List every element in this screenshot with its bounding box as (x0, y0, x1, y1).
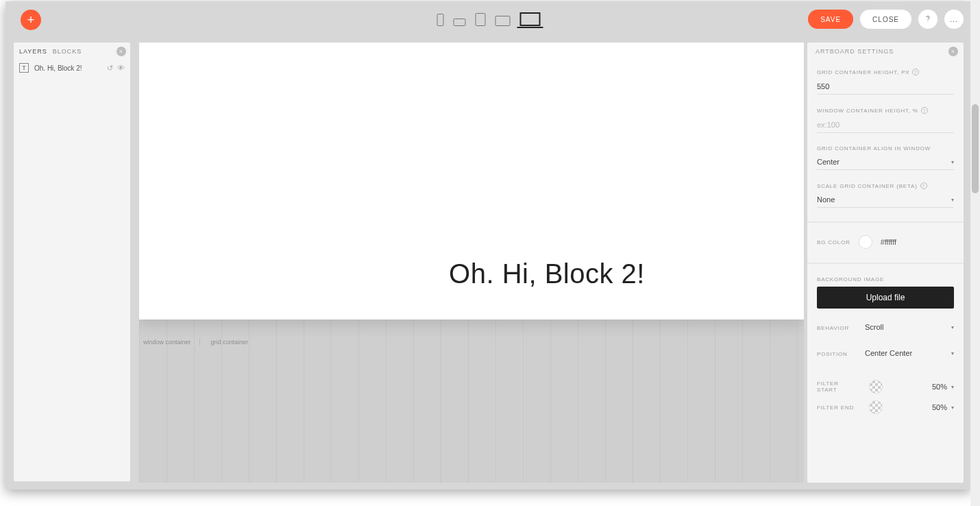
bg-color-value[interactable]: #ffffff (881, 238, 896, 246)
chevron-down-icon: ▾ (951, 197, 954, 203)
behavior-select[interactable]: Scroll▾ (865, 321, 954, 335)
layer-item[interactable]: T Oh. Hi, Block 2! ↺ 👁 (14, 60, 130, 75)
scale-section: SCALE GRID CONTAINER (BETA) ? None▾ (807, 174, 964, 212)
artboard-settings-panel: ARTBOARD SETTINGS × GRID CONTAINER HEIGH… (807, 43, 964, 483)
window-scrollbar-track[interactable] (970, 0, 980, 506)
more-button[interactable]: ... (944, 10, 964, 29)
add-button[interactable]: + (21, 10, 41, 30)
chevron-down-icon: ▾ (951, 405, 954, 411)
close-button[interactable]: CLOSE (860, 10, 911, 29)
help-icon[interactable]: ? (920, 182, 927, 189)
bg-color-section: BG COLOR #ffffff (807, 221, 964, 253)
text-layer-icon: T (19, 63, 29, 73)
upload-file-button[interactable]: Upload file (817, 287, 954, 309)
layer-item-actions: ↺ 👁 (107, 64, 125, 73)
layer-link-icon[interactable]: ↺ (107, 64, 113, 73)
help-button[interactable] (918, 10, 938, 29)
artboard[interactable]: Oh. Hi, Block 2! (139, 43, 804, 320)
device-tablet-icon[interactable] (476, 13, 486, 26)
canvas[interactable]: Oh. Hi, Block 2! window container grid c… (139, 43, 804, 483)
canvas-labels: window container grid container (143, 339, 256, 346)
filter-start-swatch[interactable] (869, 380, 883, 394)
bg-image-section: BACKGROUND IMAGE Upload file (807, 263, 964, 313)
window-container-label[interactable]: window container (143, 339, 200, 346)
chevron-down-icon: ▾ (951, 350, 954, 357)
behavior-label: BEHAVIOR (817, 325, 849, 331)
layers-panel: LAYERS BLOCKS × T Oh. Hi, Block 2! ↺ 👁 (14, 43, 130, 481)
layers-panel-header: LAYERS BLOCKS × (14, 43, 130, 60)
help-icon[interactable]: ? (921, 107, 928, 114)
window-height-section: WINDOW CONTAINER HEIGHT, % ? (807, 99, 964, 137)
bg-color-label: BG COLOR (817, 239, 850, 245)
position-label: POSITION (817, 351, 848, 357)
settings-panel-close-icon[interactable]: × (948, 47, 958, 56)
layers-panel-close-icon[interactable]: × (117, 47, 126, 56)
grid-container-label[interactable]: grid container (211, 339, 257, 346)
window-height-input[interactable] (817, 119, 954, 133)
filter-end-label: FILTER END (817, 405, 861, 411)
help-icon[interactable]: ? (912, 69, 919, 75)
scale-label: SCALE GRID CONTAINER (BETA) ? (817, 182, 954, 189)
save-button[interactable]: SAVE (808, 10, 853, 29)
scale-select[interactable]: None▾ (817, 193, 954, 208)
device-phone-icon[interactable] (437, 14, 444, 26)
settings-panel-header: ARTBOARD SETTINGS × (807, 43, 964, 60)
filter-end-select[interactable]: 50%▾ (932, 403, 954, 411)
position-section: POSITION Center Center▾ (807, 339, 964, 365)
artboard-content: Oh. Hi, Block 2! (139, 43, 804, 320)
help-icon (924, 15, 932, 23)
tab-blocks[interactable]: BLOCKS (53, 48, 82, 55)
filter-start-section: FILTER START 50%▾ FILTER END 50%▾ (807, 365, 964, 418)
top-toolbar: + SAVE CLOSE ... (5, 1, 972, 38)
grid-height-label: GRID CONTAINER HEIGHT, PX ? (817, 69, 954, 75)
bg-image-label: BACKGROUND IMAGE (817, 276, 954, 282)
align-label: GRID CONTAINER ALIGN IN WINDOW (817, 145, 954, 152)
device-desktop-icon[interactable] (520, 12, 541, 26)
align-select[interactable]: Center▾ (817, 156, 954, 170)
window-height-label: WINDOW CONTAINER HEIGHT, % ? (817, 107, 954, 114)
chevron-down-icon: ▾ (951, 324, 954, 330)
behavior-section: BEHAVIOR Scroll▾ (807, 313, 964, 339)
top-right-actions: SAVE CLOSE ... (808, 10, 964, 29)
grid-height-input[interactable] (817, 80, 954, 95)
filter-start-label: FILTER START (817, 381, 861, 393)
grid-height-section: GRID CONTAINER HEIGHT, PX ? (807, 60, 964, 99)
tab-layers[interactable]: LAYERS (19, 48, 47, 55)
align-section: GRID CONTAINER ALIGN IN WINDOW Center▾ (807, 137, 964, 174)
settings-panel-title: ARTBOARD SETTINGS (816, 48, 894, 55)
app-window: + SAVE CLOSE ... LAYERS BLOCKS × T Oh. H… (5, 1, 972, 490)
window-scrollbar-thumb[interactable] (972, 104, 979, 193)
bg-color-swatch[interactable] (859, 235, 872, 249)
filter-start-select[interactable]: 50%▾ (932, 383, 954, 391)
layer-item-label: Oh. Hi, Block 2! (34, 64, 101, 72)
filter-end-swatch[interactable] (869, 400, 883, 414)
device-switcher (437, 12, 541, 26)
layer-visibility-icon[interactable]: 👁 (117, 64, 125, 73)
device-phone-landscape-icon[interactable] (454, 19, 466, 26)
device-tablet-landscape-icon[interactable] (495, 16, 511, 26)
chevron-down-icon: ▾ (951, 159, 954, 165)
chevron-down-icon: ▾ (951, 384, 954, 390)
heading-text[interactable]: Oh. Hi, Block 2! (449, 258, 645, 289)
position-select[interactable]: Center Center▾ (865, 347, 954, 361)
